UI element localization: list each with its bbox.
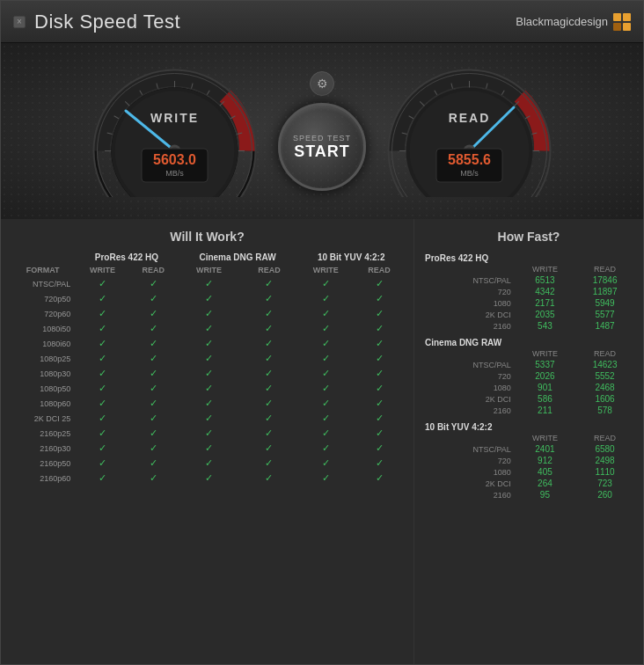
check-cell: ✓ (354, 306, 405, 321)
check-cell: ✓ (129, 366, 178, 381)
cinema-read-sub: READ (240, 264, 297, 276)
section-label: ProRes 422 HQ (423, 251, 634, 264)
check-cell: ✓ (129, 396, 178, 411)
yuv-read-sub: READ (354, 264, 405, 276)
check-cell: ✓ (240, 336, 297, 351)
prores-read-sub: READ (129, 264, 178, 276)
check-cell: ✓ (354, 411, 405, 426)
check-cell: ✓ (76, 351, 129, 366)
data-row: 7209122498 (423, 455, 634, 466)
title-bar-left: × Disk Speed Test (13, 11, 180, 33)
gear-button[interactable]: ⚙ (310, 71, 334, 96)
check-cell: ✓ (178, 456, 241, 471)
check-cell: ✓ (240, 291, 297, 306)
check-cell: ✓ (129, 426, 178, 441)
check-cell: ✓ (178, 441, 241, 456)
check-cell: ✓ (297, 306, 354, 321)
check-cell: ✓ (297, 471, 354, 486)
check-cell: ✓ (76, 441, 129, 456)
check-cell: ✓ (240, 411, 297, 426)
table-row: 1080i60✓✓✓✓✓✓ (10, 336, 405, 351)
check-cell: ✓ (178, 471, 241, 486)
check-cell: ✓ (297, 321, 354, 336)
check-cell: ✓ (178, 381, 241, 396)
check-cell: ✓ (297, 276, 354, 291)
data-row: NTSC/PAL651317846 (423, 274, 634, 286)
check-cell: ✓ (297, 336, 354, 351)
check-cell: ✓ (354, 366, 405, 381)
will-it-work-title: Will It Work? (10, 230, 405, 244)
check-cell: ✓ (129, 351, 178, 366)
data-section: Will It Work? ProRes 422 HQ Cinema DNG R… (1, 219, 643, 664)
check-cell: ✓ (76, 426, 129, 441)
col-header-row: WRITEREAD (423, 264, 634, 274)
col-header-row: WRITEREAD (423, 433, 634, 443)
data-row: NTSC/PAL533714623 (423, 359, 634, 370)
check-cell: ✓ (129, 336, 178, 351)
check-cell: ✓ (240, 321, 297, 336)
check-cell: ✓ (178, 366, 241, 381)
table-row: NTSC/PAL✓✓✓✓✓✓ (10, 276, 405, 291)
brand-square-3 (613, 23, 621, 31)
check-cell: ✓ (240, 396, 297, 411)
check-cell: ✓ (129, 276, 178, 291)
format-cell: 2160p60 (10, 471, 76, 486)
check-cell: ✓ (354, 396, 405, 411)
col-header-row: WRITEREAD (423, 348, 634, 359)
format-cell: 1080p30 (10, 366, 76, 381)
center-control: ⚙ SPEED TEST START (278, 71, 366, 191)
check-cell: ✓ (354, 381, 405, 396)
close-button[interactable]: × (13, 16, 26, 28)
check-cell: ✓ (76, 381, 129, 396)
format-subheader: FORMAT (10, 264, 76, 276)
table-row: 1080p25✓✓✓✓✓✓ (10, 351, 405, 366)
check-cell: ✓ (178, 336, 241, 351)
how-fast-table: ProRes 422 HQWRITEREADNTSC/PAL6513178467… (423, 251, 634, 504)
check-cell: ✓ (76, 411, 129, 426)
check-cell: ✓ (354, 456, 405, 471)
gauges-section: WRITE 5603.0 MB/s ⚙ SPEED TEST (1, 43, 643, 219)
cinema-header: Cinema DNG RAW (178, 251, 298, 264)
format-cell: 2160p50 (10, 456, 76, 471)
section-header-row: 10 Bit YUV 4:2:2 (423, 420, 634, 433)
table-row: 2160p25✓✓✓✓✓✓ (10, 426, 405, 441)
check-cell: ✓ (297, 381, 354, 396)
table-row: 1080p30✓✓✓✓✓✓ (10, 366, 405, 381)
format-cell: 2K DCI 25 (10, 411, 76, 426)
data-row: 10809012468 (423, 382, 634, 393)
read-gauge-container: READ 5855.6 MB/s (384, 65, 555, 197)
brand-square-2 (623, 13, 631, 21)
check-cell: ✓ (178, 426, 241, 441)
format-cell: 1080i50 (10, 321, 76, 336)
check-cell: ✓ (297, 426, 354, 441)
yuv-write-sub: WRITE (297, 264, 354, 276)
svg-text:5603.0: 5603.0 (153, 152, 196, 167)
check-cell: ✓ (178, 351, 241, 366)
check-cell: ✓ (240, 441, 297, 456)
table-row: 2160p50✓✓✓✓✓✓ (10, 456, 405, 471)
speed-test-label: SPEED TEST (293, 134, 351, 142)
data-row: 10804051110 (423, 466, 634, 478)
table-row: 1080p50✓✓✓✓✓✓ (10, 381, 405, 396)
svg-text:5855.6: 5855.6 (448, 152, 491, 167)
check-cell: ✓ (354, 471, 405, 486)
check-cell: ✓ (297, 456, 354, 471)
brand-logo: Blackmagicdesign (516, 13, 631, 31)
check-cell: ✓ (297, 291, 354, 306)
format-cell: 1080p25 (10, 351, 76, 366)
check-cell: ✓ (129, 321, 178, 336)
read-gauge: READ 5855.6 MB/s (384, 65, 555, 197)
start-button[interactable]: SPEED TEST START (278, 103, 366, 191)
data-row: 2160211578 (423, 405, 634, 416)
check-cell: ✓ (76, 321, 129, 336)
brand-icon (613, 13, 631, 31)
check-cell: ✓ (178, 396, 241, 411)
check-cell: ✓ (76, 276, 129, 291)
brand-square-4 (623, 23, 631, 31)
check-cell: ✓ (240, 276, 297, 291)
check-cell: ✓ (129, 381, 178, 396)
check-cell: ✓ (297, 366, 354, 381)
check-cell: ✓ (76, 336, 129, 351)
check-cell: ✓ (76, 471, 129, 486)
data-row: 216095260 (423, 489, 634, 501)
